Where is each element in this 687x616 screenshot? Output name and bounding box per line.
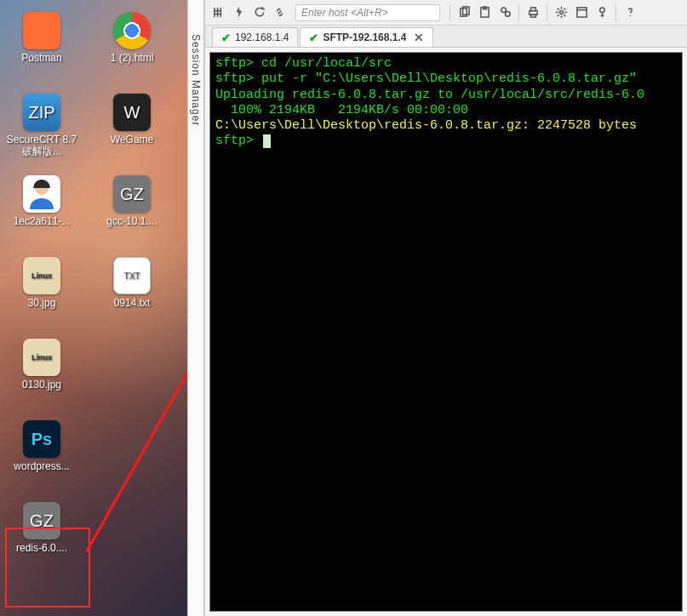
session-manager-label: Session Manager: [190, 34, 202, 126]
toolbar-separator-2: [518, 4, 519, 21]
session-options-icon[interactable]: [572, 3, 591, 22]
toolbar-separator-4: [615, 4, 616, 21]
gcc-archive-icon[interactable]: GZgcc-10.1....: [95, 170, 169, 252]
copy-icon[interactable]: [455, 3, 473, 22]
gcc-archive-icon-glyph: GZ: [113, 175, 151, 213]
toolbar: Enter host <Alt+R>: [205, 0, 687, 26]
windows-desktop: Postman1 (2).htmlZIPSecureCRT 8.7破解版...W…: [0, 0, 187, 616]
sftp-terminal[interactable]: sftp> cd /usr/local/src sftp> put -r "C:…: [209, 52, 683, 612]
paste-icon[interactable]: [475, 3, 494, 22]
redis-archive-icon-glyph: GZ: [23, 502, 60, 539]
session-tab-1[interactable]: ✔SFTP-192.168.1.4✕: [300, 27, 433, 47]
wordpress-psd-icon[interactable]: Pswordpress...: [5, 415, 78, 497]
avatar-file-icon-label: 1ec2a611-...: [6, 216, 77, 228]
html-file-icon[interactable]: 1 (2).html: [95, 7, 169, 88]
connect-icon[interactable]: [209, 3, 227, 22]
redis-archive-icon-label: redis-6.0....: [6, 543, 77, 555]
toolbar-separator: [449, 4, 450, 21]
html-file-icon-label: 1 (2).html: [96, 53, 168, 65]
postman-icon[interactable]: Postman: [5, 7, 78, 88]
tab-status-icon: ✔: [221, 31, 231, 44]
jpg-30-icon-label: 30.jpg: [6, 298, 77, 310]
keymap-icon[interactable]: [593, 3, 611, 22]
jpg-30-icon-glyph: Linux: [23, 257, 60, 294]
print-icon[interactable]: [524, 3, 542, 22]
svg-point-11: [559, 11, 563, 14]
reconnect-icon[interactable]: [249, 3, 268, 22]
svg-point-13: [599, 8, 604, 13]
postman-icon-label: Postman: [6, 53, 77, 65]
svg-rect-10: [530, 14, 535, 17]
tab-label: SFTP-192.168.1.4: [323, 31, 406, 43]
securecrt-icon[interactable]: ZIPSecureCRT 8.7破解版...: [5, 88, 78, 170]
securecrt-window: Enter host <Alt+R> ✔192.168.1.4✔SFTP-192…: [204, 0, 687, 616]
terminal-line: sftp>: [215, 134, 261, 148]
terminal-cursor: [263, 134, 271, 148]
jpg-30-icon[interactable]: Linux30.jpg: [5, 252, 78, 334]
jpg-0130-icon-label: 0130.jpg: [6, 379, 77, 391]
txt-0914-icon[interactable]: TXT0914.txt: [95, 252, 169, 334]
toolbar-separator-3: [547, 4, 547, 21]
wegame-icon-glyph: W: [113, 94, 151, 131]
tab-close-icon[interactable]: ✕: [414, 31, 424, 44]
quick-connect-icon[interactable]: [229, 3, 248, 22]
wegame-icon[interactable]: WWeGame: [95, 88, 169, 170]
avatar-file-icon[interactable]: 1ec2a611-...: [5, 170, 78, 252]
terminal-line: sftp> cd /usr/local/src: [215, 56, 392, 71]
tab-label: 192.168.1.4: [235, 31, 289, 43]
host-input[interactable]: Enter host <Alt+R>: [295, 4, 440, 21]
svg-rect-12: [576, 8, 586, 17]
jpg-0130-icon[interactable]: Linux0130.jpg: [5, 334, 78, 415]
svg-point-7: [505, 12, 510, 17]
terminal-line: Uploading redis-6.0.8.tar.gz to /usr/loc…: [215, 88, 644, 102]
session-tabs: ✔192.168.1.4✔SFTP-192.168.1.4✕: [205, 26, 687, 48]
terminal-line: C:\Users\Dell\Desktop\redis-6.0.8.tar.gz…: [215, 118, 644, 133]
avatar-file-icon-glyph: [23, 175, 60, 213]
svg-rect-9: [530, 8, 535, 11]
help-icon[interactable]: [621, 3, 639, 22]
settings-icon[interactable]: [552, 3, 570, 22]
jpg-0130-icon-glyph: Linux: [23, 339, 60, 376]
txt-0914-icon-glyph: TXT: [113, 257, 151, 294]
securecrt-icon-glyph: ZIP: [23, 94, 60, 131]
redis-archive-icon[interactable]: GZredis-6.0....: [5, 497, 78, 579]
session-tab-0[interactable]: ✔192.168.1.4: [212, 27, 298, 47]
postman-icon-glyph: [23, 12, 60, 49]
securecrt-icon-label: SecureCRT 8.7破解版...: [6, 134, 77, 158]
terminal-line: sftp> put -r "C:\Users\Dell\Desktop\redi…: [215, 71, 644, 86]
svg-point-6: [501, 8, 506, 13]
wordpress-psd-icon-label: wordpress...: [6, 461, 77, 473]
disconnect-icon[interactable]: [270, 3, 289, 22]
session-manager-panel[interactable]: Session Manager: [187, 0, 204, 616]
txt-0914-icon-label: 0914.txt: [96, 298, 168, 310]
wegame-icon-label: WeGame: [96, 134, 168, 146]
terminal-line: 100% 2194KB 2194KB/s 00:00:00: [215, 103, 468, 117]
wordpress-psd-icon-glyph: Ps: [23, 420, 60, 458]
gcc-archive-icon-label: gcc-10.1....: [96, 216, 168, 228]
tab-status-icon: ✔: [309, 31, 318, 44]
html-file-icon-glyph: [113, 12, 151, 49]
find-icon[interactable]: [495, 3, 514, 22]
